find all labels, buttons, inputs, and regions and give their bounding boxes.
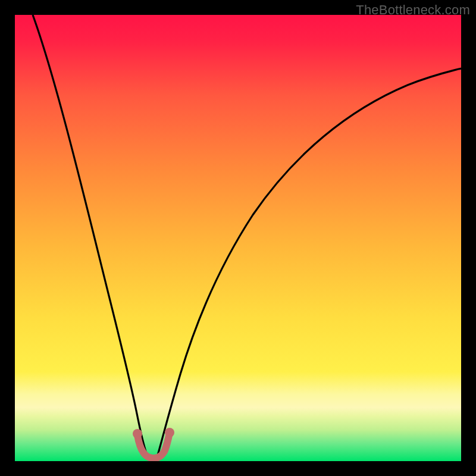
watermark-text: TheBottleneck.com: [356, 2, 470, 18]
chart-frame: [15, 15, 461, 461]
svg-point-0: [133, 429, 142, 439]
chart-svg: [15, 15, 461, 461]
svg-point-1: [165, 428, 174, 437]
